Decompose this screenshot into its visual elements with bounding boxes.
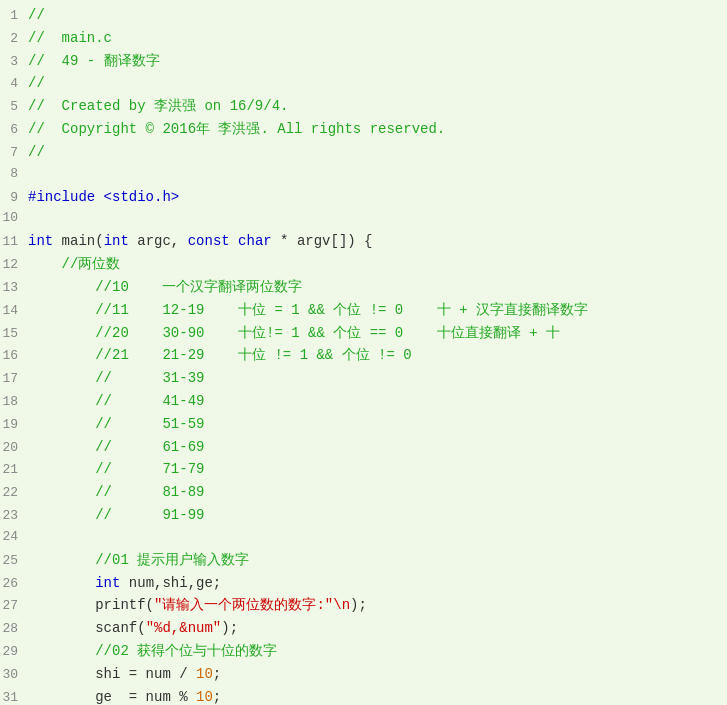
line-number: 29 bbox=[0, 642, 28, 663]
code-line: 4// bbox=[0, 72, 727, 95]
code-line: 29 //02 获得个位与十位的数字 bbox=[0, 640, 727, 663]
line-number: 1 bbox=[0, 6, 28, 27]
line-content: shi = num / 10; bbox=[28, 663, 727, 685]
code-line: 2// main.c bbox=[0, 27, 727, 50]
line-content: // 71-79 bbox=[28, 458, 727, 480]
code-line: 10 bbox=[0, 208, 727, 230]
line-content: #include <stdio.h> bbox=[28, 186, 727, 208]
code-line: 25 //01 提示用户输入数字 bbox=[0, 549, 727, 572]
line-number: 31 bbox=[0, 688, 28, 705]
line-number: 27 bbox=[0, 596, 28, 617]
code-line: 6// Copyright © 2016年 李洪强. All rights re… bbox=[0, 118, 727, 141]
code-line: 13 //10 一个汉字翻译两位数字 bbox=[0, 276, 727, 299]
line-content: // 61-69 bbox=[28, 436, 727, 458]
line-content: // main.c bbox=[28, 27, 727, 49]
code-line: 12 //两位数 bbox=[0, 253, 727, 276]
line-number: 6 bbox=[0, 120, 28, 141]
line-content: scanf("%d,&num"); bbox=[28, 617, 727, 639]
line-number: 12 bbox=[0, 255, 28, 276]
line-content: //02 获得个位与十位的数字 bbox=[28, 640, 727, 662]
code-line: 30 shi = num / 10; bbox=[0, 663, 727, 686]
line-number: 10 bbox=[0, 208, 28, 229]
line-content: // 49 - 翻译数字 bbox=[28, 50, 727, 72]
line-content: int num,shi,ge; bbox=[28, 572, 727, 594]
line-content: // Copyright © 2016年 李洪强. All rights res… bbox=[28, 118, 727, 140]
code-line: 15 //20 30-90 十位!= 1 && 个位 == 0 十位直接翻译 +… bbox=[0, 322, 727, 345]
line-number: 24 bbox=[0, 527, 28, 548]
code-line: 26 int num,shi,ge; bbox=[0, 572, 727, 595]
code-line: 31 ge = num % 10; bbox=[0, 686, 727, 705]
line-content: // 41-49 bbox=[28, 390, 727, 412]
code-line: 28 scanf("%d,&num"); bbox=[0, 617, 727, 640]
code-line: 19 // 51-59 bbox=[0, 413, 727, 436]
line-number: 13 bbox=[0, 278, 28, 299]
line-number: 4 bbox=[0, 74, 28, 95]
line-content: //11 12-19 十位 = 1 && 个位 != 0 十 + 汉字直接翻译数… bbox=[28, 299, 727, 321]
code-line: 7// bbox=[0, 141, 727, 164]
line-number: 20 bbox=[0, 438, 28, 459]
code-line: 21 // 71-79 bbox=[0, 458, 727, 481]
code-line: 20 // 61-69 bbox=[0, 436, 727, 459]
line-number: 22 bbox=[0, 483, 28, 504]
line-number: 9 bbox=[0, 188, 28, 209]
line-content: // Created by 李洪强 on 16/9/4. bbox=[28, 95, 727, 117]
line-number: 19 bbox=[0, 415, 28, 436]
line-number: 25 bbox=[0, 551, 28, 572]
line-number: 21 bbox=[0, 460, 28, 481]
line-content: //两位数 bbox=[28, 253, 727, 275]
code-line: 22 // 81-89 bbox=[0, 481, 727, 504]
code-line: 1// bbox=[0, 4, 727, 27]
code-line: 11int main(int argc, const char * argv[]… bbox=[0, 230, 727, 253]
line-number: 2 bbox=[0, 29, 28, 50]
code-line: 5// Created by 李洪强 on 16/9/4. bbox=[0, 95, 727, 118]
line-content: // 31-39 bbox=[28, 367, 727, 389]
line-content: // 51-59 bbox=[28, 413, 727, 435]
line-number: 28 bbox=[0, 619, 28, 640]
line-content: //20 30-90 十位!= 1 && 个位 == 0 十位直接翻译 + 十 bbox=[28, 322, 727, 344]
line-content: // 81-89 bbox=[28, 481, 727, 503]
code-line: 14 //11 12-19 十位 = 1 && 个位 != 0 十 + 汉字直接… bbox=[0, 299, 727, 322]
line-number: 23 bbox=[0, 506, 28, 527]
line-content: // bbox=[28, 4, 727, 26]
line-number: 3 bbox=[0, 52, 28, 73]
line-number: 26 bbox=[0, 574, 28, 595]
code-line: 17 // 31-39 bbox=[0, 367, 727, 390]
line-number: 11 bbox=[0, 232, 28, 253]
line-content: // 91-99 bbox=[28, 504, 727, 526]
code-line: 16 //21 21-29 十位 != 1 && 个位 != 0 bbox=[0, 344, 727, 367]
line-content: ge = num % 10; bbox=[28, 686, 727, 705]
code-line: 3// 49 - 翻译数字 bbox=[0, 50, 727, 73]
line-number: 14 bbox=[0, 301, 28, 322]
line-content: //01 提示用户输入数字 bbox=[28, 549, 727, 571]
code-editor: 1//2// main.c3// 49 - 翻译数字4//5// Created… bbox=[0, 0, 727, 705]
line-content: int main(int argc, const char * argv[]) … bbox=[28, 230, 727, 252]
line-number: 8 bbox=[0, 164, 28, 185]
line-number: 30 bbox=[0, 665, 28, 686]
line-number: 18 bbox=[0, 392, 28, 413]
line-content: //10 一个汉字翻译两位数字 bbox=[28, 276, 727, 298]
line-number: 5 bbox=[0, 97, 28, 118]
line-content: // bbox=[28, 141, 727, 163]
code-line: 18 // 41-49 bbox=[0, 390, 727, 413]
code-line: 24 bbox=[0, 527, 727, 549]
code-line: 23 // 91-99 bbox=[0, 504, 727, 527]
code-line: 8 bbox=[0, 164, 727, 186]
line-content: printf("请输入一个两位数的数字:"\n); bbox=[28, 594, 727, 616]
line-number: 7 bbox=[0, 143, 28, 164]
code-line: 9#include <stdio.h> bbox=[0, 186, 727, 209]
line-number: 16 bbox=[0, 346, 28, 367]
line-content: // bbox=[28, 72, 727, 94]
code-line: 27 printf("请输入一个两位数的数字:"\n); bbox=[0, 594, 727, 617]
line-number: 17 bbox=[0, 369, 28, 390]
line-number: 15 bbox=[0, 324, 28, 345]
line-content: //21 21-29 十位 != 1 && 个位 != 0 bbox=[28, 344, 727, 366]
